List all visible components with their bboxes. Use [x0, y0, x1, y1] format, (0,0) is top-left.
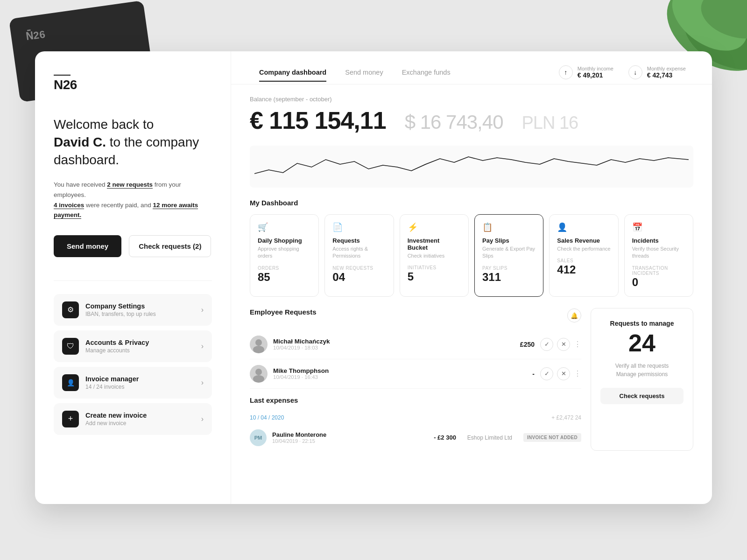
approve-button[interactable]: ✓	[540, 367, 553, 380]
svg-point-9	[253, 375, 264, 383]
requests-header: Employee Requests 🔔	[250, 308, 581, 323]
last-expenses-section: Last expenses 10 / 04 / 2020 + £2,472 24…	[250, 396, 581, 451]
chevron-right-icon: ›	[201, 306, 204, 314]
balance-main: € 115 154,11	[250, 106, 386, 134]
manage-title: Requests to manage	[610, 320, 674, 327]
main-container: N26 Welcome back to David C. to the comp…	[35, 51, 712, 504]
balance-tertiary: PLN 16	[522, 113, 578, 133]
incidents-icon: 📅	[632, 222, 685, 232]
menu-item-company-settings[interactable]: ⚙ Company Settings IBAN, transfers, top …	[54, 294, 212, 326]
menu-item-subtitle: 14 / 24 invoices	[85, 384, 195, 390]
tab-send-money[interactable]: Send money	[336, 63, 392, 82]
income-up-icon: ↑	[559, 65, 573, 79]
card-label: ORDERS	[258, 266, 311, 271]
card-desc: Verify those Security threads	[632, 245, 685, 260]
menu-item-create-invoice[interactable]: + Create new invoice Add new invoice ›	[54, 403, 212, 435]
card-pay-slips[interactable]: 📋 Pay Slips Generate & Export Pay Slips …	[474, 214, 543, 297]
request-item-michal: Michał Michańczyk 10/04/2019 · 18:03 £25…	[250, 330, 581, 359]
request-actions: ✓ ✕ ⋮	[540, 338, 581, 351]
income-label: Monthly income	[578, 66, 613, 71]
menu-item-subtitle: IBAN, transfers, top up rules	[85, 311, 195, 317]
card-label: SALES	[557, 258, 610, 263]
expense-value: € 42,743	[647, 71, 686, 79]
card-desc: Check the performance	[557, 245, 610, 252]
menu-item-accounts-privacy[interactable]: 🛡 Accounts & Privacy Manage accounts ›	[54, 330, 212, 362]
logo: N26	[54, 75, 212, 92]
reject-button[interactable]: ✕	[557, 338, 570, 351]
menu-item-title: Invoice manager	[85, 375, 195, 383]
manage-panel: Requests to manage 24 Verify all the req…	[591, 308, 693, 451]
plus-icon: +	[62, 411, 79, 427]
card-title: Incidents	[632, 237, 685, 244]
card-sales-revenue[interactable]: 👤 Sales Revenue Check the performance SA…	[549, 214, 618, 297]
card-count: 04	[332, 271, 386, 284]
menu-items: ⚙ Company Settings IBAN, transfers, top …	[54, 294, 212, 435]
sales-icon: 👤	[557, 222, 610, 232]
card-title: Investment Bucket	[408, 237, 461, 251]
expense-subdate: 10/04/2019 · 22:15	[272, 438, 428, 444]
dashboard-cards: 🛒 Daily Shopping Approve shopping orders…	[250, 214, 693, 297]
shopping-icon: 🛒	[258, 222, 311, 232]
card-title: Requests	[332, 237, 386, 244]
card-count: 412	[557, 263, 610, 276]
card-requests[interactable]: 📄 Requests Access rights & Permissions N…	[324, 214, 394, 297]
card-desc: Approve shopping orders	[258, 245, 311, 260]
expense-name: Pauline Monterone	[272, 431, 428, 438]
my-dashboard-title: My Dashboard	[250, 199, 693, 207]
card-desc: Generate & Export Pay Slips	[482, 245, 536, 260]
send-money-button[interactable]: Send money	[54, 235, 121, 257]
expense-date: 10 / 04 / 2020	[250, 414, 284, 421]
card-label: NEW REQUESTS	[332, 266, 386, 271]
chevron-right-icon: ›	[201, 378, 204, 387]
bottom-row: Employee Requests 🔔 Michał Michańczyk 10…	[250, 308, 693, 451]
card-label: PAY SLIPS	[482, 266, 536, 271]
card-desc: Access rights & Permissions	[332, 245, 386, 260]
balance-period: Balance (september - october)	[250, 96, 693, 103]
expense-total: + £2,472 24	[551, 414, 581, 421]
left-panel: N26 Welcome back to David C. to the comp…	[35, 51, 231, 504]
check-requests-button[interactable]: Check requests (2)	[129, 235, 211, 257]
reject-button[interactable]: ✕	[557, 367, 570, 380]
tab-company-dashboard[interactable]: Company dashboard	[250, 63, 336, 82]
request-date: 10/04/2019 · 18:03	[273, 345, 514, 350]
card-count: 0	[632, 276, 685, 289]
request-actions: ✓ ✕ ⋮	[540, 367, 581, 380]
bell-icon[interactable]: 🔔	[567, 308, 581, 322]
card-title: Daily Shopping	[258, 237, 311, 244]
check-requests-manage-button[interactable]: Check requests	[600, 388, 684, 404]
avatar-mike	[250, 365, 268, 383]
manage-desc: Verify all the requests Manage permissio…	[615, 362, 669, 378]
employee-requests-title: Employee Requests	[250, 308, 317, 316]
card-daily-shopping[interactable]: 🛒 Daily Shopping Approve shopping orders…	[250, 214, 319, 297]
card-investment-bucket[interactable]: ⚡ Investment Bucket Check initiatives IN…	[400, 214, 469, 297]
monthly-expense-metric: ↓ Monthly expense € 42,743	[621, 61, 693, 84]
expense-label: Monthly expense	[647, 66, 686, 71]
tab-exchange-funds[interactable]: Exchange funds	[393, 63, 460, 82]
balance-section: Balance (september - october) € 115 154,…	[250, 96, 693, 134]
user-icon: 👤	[62, 374, 79, 391]
chevron-right-icon: ›	[201, 342, 204, 350]
menu-item-title: Create new invoice	[85, 412, 195, 419]
card-count: 311	[482, 271, 536, 284]
card-count: 85	[258, 271, 311, 284]
last-expenses-title: Last expenses	[250, 396, 298, 404]
expense-company: Eshop Limited Ltd	[467, 434, 512, 441]
menu-item-title: Accounts & Privacy	[85, 339, 195, 346]
action-buttons: Send money Check requests (2)	[54, 235, 212, 257]
approve-button[interactable]: ✓	[540, 338, 553, 351]
card-incidents[interactable]: 📅 Incidents Verify those Security thread…	[624, 214, 693, 297]
top-nav: Company dashboard Send money Exchange fu…	[231, 51, 712, 84]
balance-chart	[250, 146, 693, 188]
avatar-michal	[250, 336, 268, 353]
more-options-button[interactable]: ⋮	[574, 369, 581, 378]
right-panel: Company dashboard Send money Exchange fu…	[231, 51, 712, 504]
menu-item-invoice-manager[interactable]: 👤 Invoice manager 14 / 24 invoices ›	[54, 367, 212, 399]
employee-requests-section: Employee Requests 🔔 Michał Michańczyk 10…	[250, 308, 581, 451]
more-options-button[interactable]: ⋮	[574, 340, 581, 349]
manage-count: 24	[628, 331, 655, 355]
settings-icon: ⚙	[62, 301, 79, 318]
balance-row: € 115 154,11 $ 16 743,40 PLN 16	[250, 106, 693, 134]
card-count: 5	[408, 270, 461, 283]
card-desc: Check initiatives	[408, 252, 461, 259]
request-name: Mike Thompphson	[273, 367, 527, 374]
